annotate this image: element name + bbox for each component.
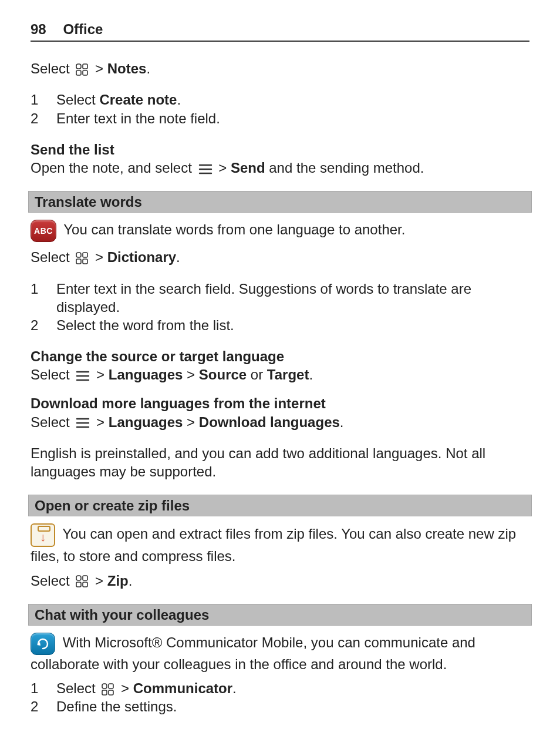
section-chat: Chat with your colleagues xyxy=(28,604,532,626)
text-bold: Languages xyxy=(109,367,183,382)
text: . xyxy=(340,414,344,430)
step-text: Select the word from the list. xyxy=(56,316,234,334)
text: Select xyxy=(31,367,73,382)
text: > xyxy=(218,160,231,176)
apps-grid-icon xyxy=(76,575,89,588)
chat-intro: With Microsoft® Communicator Mobile, you… xyxy=(31,633,529,673)
text: Select xyxy=(56,680,99,696)
text: > xyxy=(183,414,198,430)
apps-grid-icon xyxy=(76,63,89,76)
section-zip: Open or create zip files xyxy=(28,495,532,516)
text: > xyxy=(95,573,107,589)
dict-select-line: Select > Dictionary. xyxy=(31,248,529,266)
text: . xyxy=(177,92,181,108)
zip-intro: ↓ You can open and extract files from zi… xyxy=(31,523,529,565)
text: > xyxy=(95,249,107,265)
text: Select xyxy=(31,249,73,265)
menu-icon xyxy=(198,163,212,176)
step-number: 2 xyxy=(31,316,56,334)
dictionary-label: Dictionary xyxy=(107,249,176,265)
manual-page: 98 Office Select > Notes. 1 Select Creat… xyxy=(0,0,560,716)
text: > xyxy=(183,367,198,382)
translate-steps: 1 Enter text in the search field. Sugges… xyxy=(31,280,529,335)
text: Open the note, and select xyxy=(31,160,196,176)
zip-icon: ↓ xyxy=(31,523,55,547)
list-item: 2 Define the settings. xyxy=(31,697,529,716)
send-line: Open the note, and select > Send and the… xyxy=(31,159,529,177)
step-text: Enter text in the note field. xyxy=(56,109,220,127)
section-translate: Translate words xyxy=(28,191,532,213)
change-lang-line: Select > Languages > Source or Target. xyxy=(31,365,529,384)
step-text: Select > Communicator. xyxy=(56,679,237,697)
notes-steps: 1 Select Create note. 2 Enter text in th… xyxy=(31,90,529,127)
download-line: Select > Languages > Download languages. xyxy=(31,413,529,431)
page-title: Office xyxy=(63,21,103,37)
step-text: Define the settings. xyxy=(56,697,177,716)
text-bold: Source xyxy=(199,367,247,382)
text-bold: Target xyxy=(267,367,309,382)
step-number: 1 xyxy=(31,280,56,298)
text-bold: Download languages xyxy=(199,414,340,430)
zip-select-line: Select > Zip. xyxy=(31,572,529,590)
text: Select xyxy=(31,414,73,430)
text: . xyxy=(232,680,237,696)
translate-intro: ABC You can translate words from one lan… xyxy=(31,220,529,242)
list-item: 1 Select Create note. xyxy=(31,90,529,109)
list-item: 1 Select > Communicator. xyxy=(31,679,529,697)
download-heading: Download more languages from the interne… xyxy=(31,394,529,412)
notes-select-line: Select > Notes. xyxy=(31,59,529,78)
text: . xyxy=(146,61,150,76)
notes-label: Notes xyxy=(107,61,147,76)
apps-grid-icon xyxy=(76,252,89,265)
text: Select xyxy=(31,573,73,589)
translate-note: English is preinstalled, and you can add… xyxy=(31,444,529,481)
text: With Microsoft® Communicator Mobile, you… xyxy=(31,634,475,672)
text: > xyxy=(121,680,133,696)
menu-icon xyxy=(76,370,90,382)
step-number: 1 xyxy=(31,90,56,109)
text: > xyxy=(95,61,107,76)
text: Select xyxy=(31,61,73,76)
abc-icon: ABC xyxy=(31,220,56,242)
text: . xyxy=(176,249,180,265)
page-header: 98 Office xyxy=(31,20,529,42)
step-text: Select Create note. xyxy=(56,90,181,109)
send-heading: Send the list xyxy=(31,140,529,159)
text: or xyxy=(247,367,267,382)
text-bold: Create note xyxy=(99,92,177,108)
list-item: 2 Select the word from the list. xyxy=(31,316,529,334)
text: > xyxy=(96,367,109,382)
change-lang-heading: Change the source or target language xyxy=(31,347,529,365)
text: You can open and extract files from zip … xyxy=(31,526,516,565)
text: and the sending method. xyxy=(265,160,424,176)
text-bold: Communicator xyxy=(133,680,232,696)
text: > xyxy=(96,414,109,430)
step-number: 1 xyxy=(31,679,56,697)
text: . xyxy=(309,367,313,382)
list-item: 1 Enter text in the search field. Sugges… xyxy=(31,280,529,316)
step-number: 2 xyxy=(31,109,56,127)
apps-grid-icon xyxy=(102,683,114,696)
text-bold: Send xyxy=(231,160,265,176)
step-number: 2 xyxy=(31,697,56,716)
text: Select xyxy=(56,92,99,108)
menu-icon xyxy=(76,416,90,429)
chat-icon xyxy=(31,633,55,655)
text: You can translate words from one languag… xyxy=(63,222,405,238)
step-text: Enter text in the search field. Suggesti… xyxy=(56,280,529,316)
text: . xyxy=(129,573,133,589)
text-bold: Languages xyxy=(109,414,183,430)
page-number: 98 xyxy=(31,21,46,37)
chat-steps: 1 Select > Communicator. 2 Define the se… xyxy=(31,679,529,716)
zip-label: Zip xyxy=(107,573,129,589)
list-item: 2 Enter text in the note field. xyxy=(31,109,529,127)
